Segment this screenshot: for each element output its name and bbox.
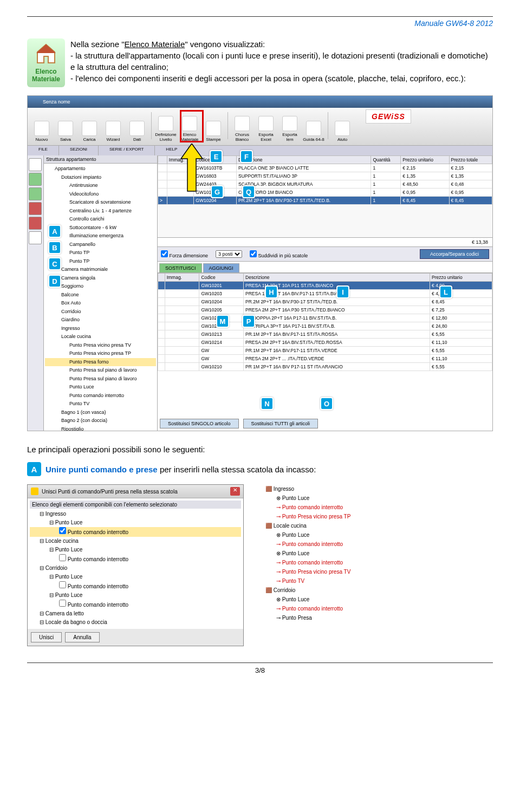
tree-item[interactable]: Giardino bbox=[45, 316, 156, 324]
toolbar-esporta-excel[interactable]: Esporta Excel bbox=[255, 109, 277, 142]
forza-checkbox[interactable]: Forza dimensione bbox=[161, 250, 208, 258]
unisci-button[interactable]: Unisci bbox=[31, 632, 62, 642]
dialog-tree[interactable]: ⊟ Ingresso⊟ Punto Luce Punto comando int… bbox=[30, 510, 241, 627]
tree-item[interactable]: Punto TV bbox=[45, 400, 156, 408]
table-row[interactable]: GWPRESA 2M 2P+T ... .ITA./TED.VERDE€ 11,… bbox=[158, 355, 492, 363]
tree-item[interactable]: Locale cucina bbox=[45, 333, 156, 341]
table-row[interactable]: GW10205PRESA 2M 2P+T 16A P30 ST.ITA./TED… bbox=[158, 306, 492, 314]
tree-item[interactable]: Box Auto bbox=[45, 299, 156, 308]
dialog-tree-item[interactable]: ⊟ Punto Luce bbox=[30, 518, 241, 527]
tree-item[interactable]: Dotazioni impianto bbox=[45, 173, 156, 182]
tree-item[interactable]: Soggiorno bbox=[45, 282, 156, 291]
tree-item[interactable]: Camera matrimoniale bbox=[45, 265, 156, 274]
dialog-tree-item[interactable]: ⊟ Locale cucina bbox=[30, 537, 241, 545]
table-row[interactable]: GW16103TBPLACCA ONE 3P BIANCO LATTE1€ 2,… bbox=[158, 164, 492, 172]
toolbar-carica[interactable]: Carica bbox=[78, 109, 101, 142]
left-icon-4[interactable] bbox=[29, 202, 42, 215]
table-row[interactable]: >GW10204PR.2M 2P+T 16A BIV.P30-17 ST.ITA… bbox=[158, 197, 492, 205]
highlight-elenco-materiale bbox=[180, 110, 204, 142]
toolbar-wizard[interactable]: Wizard bbox=[102, 109, 125, 142]
table-row[interactable]: GW10209PR.TRIPLA 3P+T 16A P17-11 BIV.ST.… bbox=[158, 322, 492, 330]
tree-item[interactable]: Antintrusione bbox=[45, 181, 156, 190]
result-tree-item: ⊗ Punto Luce bbox=[255, 493, 395, 503]
left-icon-1[interactable] bbox=[29, 158, 42, 171]
tree-item[interactable]: Punto Luce bbox=[45, 383, 156, 392]
tree-item[interactable]: Punto Presa vicino presa TP bbox=[45, 349, 156, 358]
tree-item[interactable]: Corridoio bbox=[45, 308, 156, 316]
toolbar-nuovo[interactable]: Nuovo bbox=[30, 109, 53, 142]
dialog-tree-item[interactable]: ⊟ Punto Luce bbox=[30, 573, 241, 581]
toolbar-salva[interactable]: Salva bbox=[54, 109, 77, 142]
tree-item[interactable]: Centralino Liv. 1 - 4 partenze bbox=[45, 207, 156, 216]
table-row[interactable]: GW10195COPRIFORO 1M BIANCO1€ 0,95€ 0,95 bbox=[158, 189, 492, 197]
tree-item[interactable]: Punto TP bbox=[45, 249, 156, 257]
toolbar-guida-64-8[interactable]: Guida 64-8 bbox=[302, 109, 325, 142]
callout-f: F bbox=[240, 150, 253, 163]
toolbar-chorus-bianco[interactable]: Chorus Bianco bbox=[231, 109, 253, 142]
dialog-tree-item[interactable]: Punto comando interrotto bbox=[30, 554, 241, 564]
tree-item[interactable]: Punto TP bbox=[45, 257, 156, 266]
sostituisci-singolo-button[interactable]: Sostituisci SINGOLO articolo bbox=[160, 419, 239, 428]
toolbar-aiuto[interactable]: Aiuto bbox=[331, 109, 354, 142]
callout-h: H bbox=[265, 285, 278, 298]
table-row[interactable]: GW16803SUPPORTI ST.ITALIANO 3P1€ 1,35€ 1… bbox=[158, 172, 492, 180]
material-grid-top[interactable]: Immag.CodiceDescrizioneQuantitàPrezzo un… bbox=[158, 155, 492, 205]
toolbar-stampe[interactable]: Stampe bbox=[202, 109, 225, 142]
dialog-tree-item[interactable]: ⊟ Punto Luce bbox=[30, 545, 241, 554]
tab-aggiungi[interactable]: AGGIUNGI bbox=[203, 263, 239, 272]
forza-select[interactable]: 3 posti bbox=[216, 250, 242, 258]
tree-item[interactable]: Punto Presa sul piano di lavoro bbox=[45, 366, 156, 375]
tree-item[interactable]: Balcone bbox=[45, 291, 156, 300]
left-icon-6[interactable] bbox=[29, 231, 42, 244]
table-row[interactable]: GWPR.1M 2P+T 16A BIV.P17-11 ST.ITA.VERDE… bbox=[158, 347, 492, 355]
tree-item[interactable]: Videocitofono bbox=[45, 190, 156, 199]
tree-item[interactable]: Ripostiglio bbox=[45, 425, 156, 431]
tree-item[interactable]: Illuminazione emergenza bbox=[45, 232, 156, 241]
tree-item[interactable]: Punto comando interrotto bbox=[45, 392, 156, 400]
callout-n: N bbox=[261, 397, 274, 410]
callout-m: M bbox=[216, 315, 229, 328]
structure-tree[interactable]: Struttura appartamento AppartamentoDotaz… bbox=[44, 155, 158, 431]
dialog-tree-item[interactable]: ⊟ Corridoio bbox=[30, 564, 241, 573]
close-icon[interactable]: ✕ bbox=[230, 487, 240, 496]
annulla-button[interactable]: Annulla bbox=[65, 632, 99, 642]
dialog-tree-item[interactable]: ⊟ Ingresso bbox=[30, 510, 241, 518]
tree-item[interactable]: Bagno 1 (con vasca) bbox=[45, 408, 156, 417]
table-row[interactable]: GW10208PR.DOPPIA 2P+T 16A P17-11 BIV.ST.… bbox=[158, 314, 492, 322]
dialog-tree-item[interactable]: ⊟ Locale da bagno o doccia bbox=[30, 618, 241, 627]
callout-c: C bbox=[48, 257, 61, 270]
table-row[interactable]: GW10214PRESA 2M 2P+T 16A BIV.ST.ITA./TED… bbox=[158, 339, 492, 347]
sostituisci-tutti-button[interactable]: Sostituisci TUTTI gli articoli bbox=[243, 419, 318, 428]
dialog-tree-item[interactable]: ⊟ Camera da letto bbox=[30, 609, 241, 618]
tree-item[interactable]: Controllo carichi bbox=[45, 215, 156, 224]
accorpa-button[interactable]: Accorpa/Separa codici bbox=[420, 249, 489, 259]
tab-sostituisci[interactable]: SOSTITUISCI bbox=[159, 263, 202, 272]
dialog-tree-item[interactable]: ⊟ Punto Luce bbox=[30, 591, 241, 600]
toolbar-dati[interactable]: Dati bbox=[126, 109, 148, 142]
tree-item[interactable]: Appartamento bbox=[45, 165, 156, 173]
tree-item[interactable]: Punto Presa sul piano di lavoro bbox=[45, 375, 156, 384]
tree-item[interactable]: Punto Presa vicino presa TV bbox=[45, 341, 156, 350]
table-row[interactable]: GW24403SCATOLA 3P. BIGBOX MURATURA1€ 48,… bbox=[158, 180, 492, 189]
tree-item[interactable]: Punto Presa forno bbox=[45, 358, 156, 367]
table-row[interactable]: GW10204PR.2M 2P+T 16A BIV.P30-17 ST.ITA.… bbox=[158, 298, 492, 306]
tree-item[interactable]: Camera singola bbox=[45, 274, 156, 283]
tree-item[interactable]: Sottocontatore - 6 kW bbox=[45, 224, 156, 232]
intro-text: Nella sezione "Elenco Materiale" vengono… bbox=[70, 38, 493, 87]
toolbar-definizione-livello[interactable]: Definizione Livello bbox=[154, 109, 177, 142]
toolbar-esporta-iem[interactable]: Esporta Iem bbox=[278, 109, 301, 142]
table-row[interactable]: GW10213PR.1M 2P+T 16A BIV.P17-11 ST.ITA.… bbox=[158, 330, 492, 339]
tree-item[interactable]: Scaricatore di sovratensione bbox=[45, 198, 156, 207]
dialog-tree-item[interactable]: Punto comando interrotto bbox=[30, 581, 241, 591]
left-icon-3[interactable] bbox=[29, 187, 42, 200]
dialog-tree-item[interactable]: Punto comando interrotto bbox=[30, 600, 241, 609]
suddividi-checkbox[interactable]: Suddividi in più scatole bbox=[250, 250, 308, 258]
left-icon-5[interactable] bbox=[29, 217, 42, 230]
dialog-tree-item[interactable]: Punto comando interrotto bbox=[30, 527, 241, 537]
tree-item[interactable]: Bagno 2 (con doccia) bbox=[45, 417, 156, 425]
tree-item[interactable]: Campanello bbox=[45, 241, 156, 249]
tree-item[interactable]: Ingresso bbox=[45, 324, 156, 333]
left-icon-2[interactable] bbox=[29, 173, 42, 186]
step-a-text: Unire punti comando e prese per inserirl… bbox=[46, 465, 316, 474]
table-row[interactable]: GW10210PR 1M 2P+T 16A BIV P17-11 ST ITA … bbox=[158, 363, 492, 371]
